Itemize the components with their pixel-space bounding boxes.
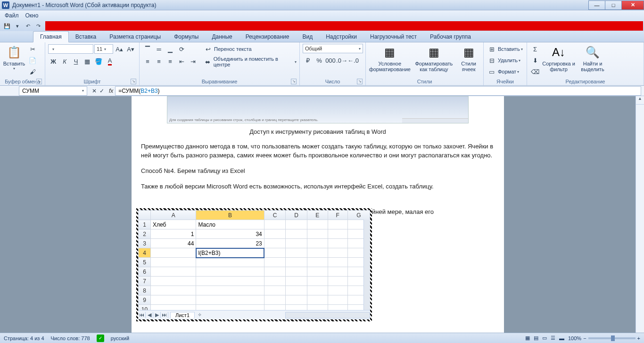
dec-decimal-icon[interactable]: ←.0: [348, 55, 358, 65]
view-read-icon[interactable]: ▤: [534, 335, 538, 341]
cell[interactable]: [307, 277, 328, 286]
row-header[interactable]: 6: [139, 267, 151, 277]
sort-filter-button[interactable]: A↓Сортировка и фильтр: [542, 44, 575, 72]
cell[interactable]: [328, 220, 347, 229]
close-button[interactable]: ✕: [621, 0, 644, 10]
select-all-corner[interactable]: [139, 211, 151, 220]
main-vscroll[interactable]: ▲: [636, 96, 644, 333]
row-header[interactable]: 2: [139, 229, 151, 239]
status-words[interactable]: Число слов: 778: [51, 335, 90, 341]
cell[interactable]: [196, 305, 264, 310]
cell[interactable]: [264, 229, 286, 239]
font-name-combo[interactable]: ▾: [48, 44, 93, 54]
format-cells-button[interactable]: ▭Формат▾: [487, 66, 519, 77]
cell[interactable]: [307, 248, 328, 258]
sheet-nav-first-icon[interactable]: ⏮: [138, 312, 146, 318]
sheet-nav-last-icon[interactable]: ⏭: [161, 312, 168, 318]
cell[interactable]: [307, 258, 328, 267]
conditional-formatting-button[interactable]: ▦Условное форматирование: [369, 44, 411, 72]
font-color-icon[interactable]: A: [105, 56, 115, 66]
cell[interactable]: [264, 239, 286, 248]
excel-hscroll[interactable]: [285, 312, 370, 318]
align-left-icon[interactable]: ≡: [142, 56, 153, 66]
cell[interactable]: Масло: [196, 220, 264, 229]
orientation-icon[interactable]: ⟳: [176, 44, 187, 54]
format-as-table-button[interactable]: ▦Форматировать как таблицу: [413, 44, 455, 72]
cell[interactable]: [151, 267, 196, 277]
cell[interactable]: [196, 258, 264, 267]
dialog-launcher-icon[interactable]: ↘: [131, 79, 136, 84]
cell[interactable]: [286, 267, 307, 277]
cell[interactable]: [264, 295, 286, 305]
minimize-button[interactable]: —: [588, 0, 605, 10]
italic-icon[interactable]: К: [59, 56, 70, 66]
tab-team[interactable]: Рабочая группа: [423, 32, 478, 42]
cell[interactable]: [264, 248, 286, 258]
dialog-launcher-icon[interactable]: ↘: [357, 79, 363, 84]
indent-dec-icon[interactable]: ⇤: [176, 56, 187, 66]
cell[interactable]: [151, 286, 196, 295]
status-language[interactable]: русский: [111, 335, 129, 341]
enter-formula-icon[interactable]: ✓: [99, 88, 104, 94]
cell[interactable]: [286, 239, 307, 248]
shrink-font-icon[interactable]: A▾: [125, 44, 136, 54]
save-icon[interactable]: 💾: [3, 22, 11, 30]
scroll-up-icon[interactable]: ▲: [636, 96, 644, 105]
dialog-launcher-icon[interactable]: ↘: [36, 79, 42, 84]
cell[interactable]: [286, 277, 307, 286]
cell[interactable]: [286, 295, 307, 305]
col-header[interactable]: B: [196, 211, 264, 220]
cut-icon[interactable]: ✂: [27, 44, 38, 54]
tab-home[interactable]: Главная: [33, 31, 69, 42]
cell[interactable]: [264, 277, 286, 286]
cell[interactable]: [307, 239, 328, 248]
cell[interactable]: [151, 248, 196, 258]
align-center-icon[interactable]: ≡: [154, 56, 164, 66]
cell[interactable]: [328, 305, 347, 310]
align-top-icon[interactable]: ▔: [142, 44, 153, 54]
cell[interactable]: [286, 258, 307, 267]
cell[interactable]: [328, 286, 347, 295]
cell[interactable]: [286, 229, 307, 239]
menu-file[interactable]: Файл: [5, 12, 19, 19]
cell[interactable]: [196, 267, 264, 277]
cell[interactable]: 23: [196, 239, 264, 248]
status-page[interactable]: Страница: 4 из 4: [4, 335, 44, 341]
merge-center-button[interactable]: ⬌Объединить и поместить в центре▾: [203, 56, 297, 67]
tab-loadtest[interactable]: Нагрузочный тест: [363, 32, 423, 42]
grow-font-icon[interactable]: A▴: [114, 44, 124, 54]
format-painter-icon[interactable]: 🖌: [27, 66, 38, 77]
underline-icon[interactable]: Ч: [71, 56, 81, 66]
sheet-tab[interactable]: Лист1: [170, 312, 195, 318]
menu-window[interactable]: Окно: [25, 12, 39, 19]
bold-icon[interactable]: Ж: [48, 56, 58, 66]
zoom-slider[interactable]: [588, 337, 636, 339]
cell-styles-button[interactable]: ▦Стили ячеек: [457, 44, 480, 72]
clear-icon[interactable]: ⌫: [530, 66, 540, 77]
cell[interactable]: [264, 305, 286, 310]
tab-insert[interactable]: Вставка: [69, 32, 103, 42]
cell[interactable]: 34: [196, 229, 264, 239]
undo-icon[interactable]: ↶: [24, 22, 32, 30]
align-middle-icon[interactable]: ═: [154, 44, 164, 54]
fx-icon[interactable]: fx: [107, 88, 115, 94]
new-sheet-icon[interactable]: ✧: [195, 312, 205, 318]
cell[interactable]: [264, 220, 286, 229]
row-header[interactable]: 8: [139, 286, 151, 295]
cell[interactable]: [307, 229, 328, 239]
currency-icon[interactable]: ₽: [303, 55, 313, 65]
cell[interactable]: [328, 267, 347, 277]
zoom-level[interactable]: 100%: [568, 335, 581, 341]
row-header[interactable]: 3: [139, 239, 151, 248]
zoom-in-icon[interactable]: +: [637, 335, 640, 341]
row-header[interactable]: 5: [139, 258, 151, 267]
embedded-excel[interactable]: A B C D E F G 1ХлебМасло 2134 34423 4l(B…: [136, 208, 372, 321]
comma-icon[interactable]: 000: [325, 55, 336, 65]
font-size-combo[interactable]: 11▾: [94, 44, 113, 54]
excel-grid[interactable]: A B C D E F G 1ХлебМасло 2134 34423 4l(B…: [138, 210, 370, 310]
borders-icon[interactable]: ▦: [82, 56, 92, 66]
col-header[interactable]: C: [264, 211, 286, 220]
wrap-text-button[interactable]: ↩Перенос текста: [203, 44, 297, 54]
col-header[interactable]: F: [328, 211, 347, 220]
dialog-launcher-icon[interactable]: ↘: [291, 79, 297, 84]
